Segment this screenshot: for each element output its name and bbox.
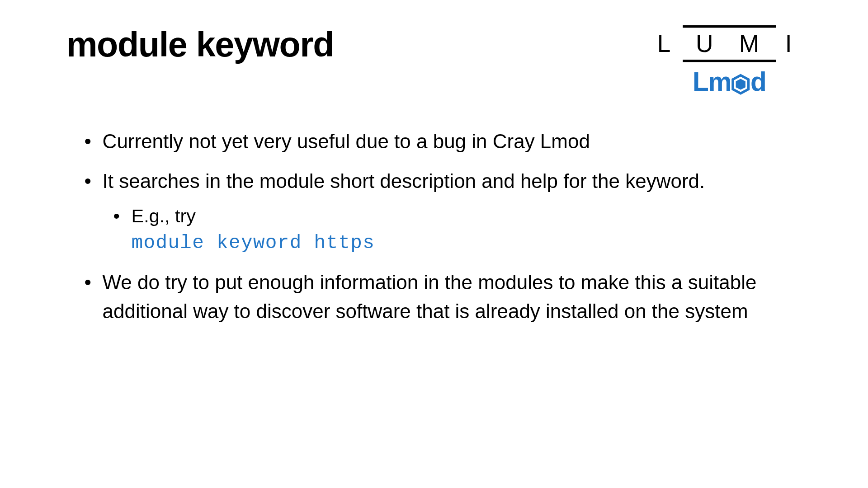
logo-container: L U M I Lmd [657, 24, 802, 97]
slide-header: module keyword L U M I Lmd [66, 24, 802, 97]
lumi-bar-bottom [683, 60, 776, 62]
presentation-slide: module keyword L U M I Lmd Currently not… [0, 0, 868, 488]
lumi-text: L U M I [657, 28, 802, 60]
slide-content: Currently not yet very useful due to a b… [66, 127, 802, 325]
lmod-logo: Lmd [693, 67, 766, 97]
bullet-text: It searches in the module short descript… [103, 170, 705, 192]
slide-title: module keyword [66, 24, 334, 64]
svg-marker-1 [736, 79, 745, 90]
bullet-item: It searches in the module short descript… [85, 167, 802, 257]
lmod-prefix: Lm [693, 67, 731, 97]
sub-bullet-text: E.g., try [132, 205, 196, 226]
code-snippet: module keyword https [132, 230, 802, 257]
bullet-text: We do try to put enough information in t… [103, 271, 757, 322]
hexagon-icon [731, 71, 750, 93]
lumi-logo: L U M I [657, 25, 802, 62]
lmod-suffix: d [750, 67, 766, 97]
sub-bullet-item: E.g., try module keyword https [113, 203, 802, 257]
bullet-item: Currently not yet very useful due to a b… [85, 127, 802, 156]
bullet-list: Currently not yet very useful due to a b… [85, 127, 802, 325]
bullet-text: Currently not yet very useful due to a b… [103, 130, 590, 152]
bullet-item: We do try to put enough information in t… [85, 268, 802, 326]
